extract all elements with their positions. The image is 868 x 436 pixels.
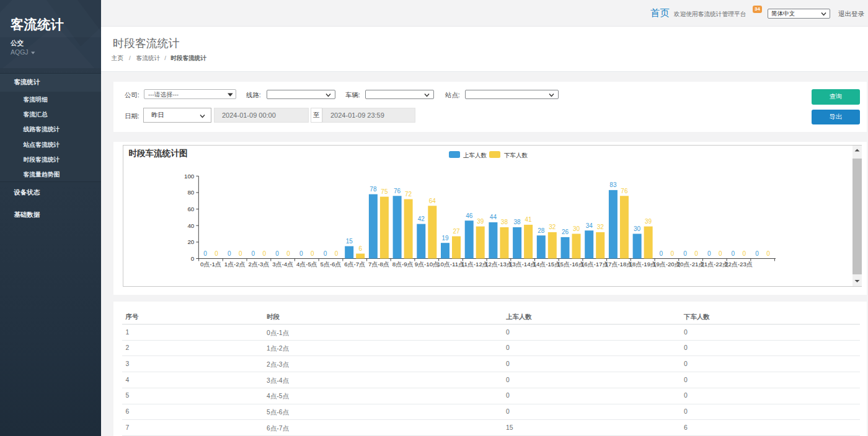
svg-text:0: 0	[263, 250, 267, 257]
svg-text:5点-6点: 5点-6点	[321, 261, 342, 268]
svg-text:64: 64	[429, 198, 436, 204]
svg-text:41: 41	[525, 216, 533, 223]
svg-text:9点-10点: 9点-10点	[415, 261, 439, 268]
svg-text:7点-8点: 7点-8点	[368, 261, 389, 268]
svg-text:0: 0	[324, 250, 327, 257]
svg-text:78: 78	[370, 186, 377, 193]
svg-text:20: 20	[187, 238, 194, 245]
svg-text:0: 0	[755, 250, 759, 257]
svg-text:0: 0	[311, 250, 314, 257]
svg-text:72: 72	[405, 191, 412, 198]
svg-text:0: 0	[732, 250, 735, 257]
svg-text:44: 44	[490, 214, 497, 220]
svg-text:0: 0	[707, 250, 711, 257]
svg-text:34: 34	[586, 222, 593, 229]
svg-text:27: 27	[453, 228, 460, 235]
svg-text:0: 0	[299, 250, 303, 257]
svg-text:32: 32	[549, 224, 556, 230]
svg-text:76: 76	[621, 188, 628, 194]
svg-text:0: 0	[215, 250, 218, 257]
svg-text:6: 6	[358, 245, 362, 252]
svg-text:0: 0	[694, 250, 698, 257]
svg-text:10点-11点: 10点-11点	[437, 261, 464, 268]
svg-text:2点-3点: 2点-3点	[249, 261, 270, 268]
svg-text:6点-7点: 6点-7点	[344, 261, 365, 268]
svg-text:75: 75	[381, 188, 388, 195]
svg-text:0: 0	[743, 250, 746, 257]
svg-text:40: 40	[187, 222, 194, 229]
svg-text:3点-4点: 3点-4点	[272, 261, 293, 268]
svg-text:60: 60	[187, 206, 194, 212]
svg-text:8点-9点: 8点-9点	[392, 261, 414, 268]
svg-text:0: 0	[671, 250, 675, 257]
svg-text:0: 0	[683, 250, 687, 257]
svg-text:0点-1点: 0点-1点	[200, 261, 221, 268]
svg-text:15: 15	[346, 238, 353, 245]
svg-text:32: 32	[597, 224, 604, 230]
svg-text:28: 28	[538, 227, 545, 234]
svg-text:0: 0	[239, 250, 242, 257]
svg-text:80: 80	[187, 189, 194, 196]
svg-text:22点-23点: 22点-23点	[725, 261, 753, 268]
svg-text:39: 39	[645, 218, 652, 225]
svg-text:0: 0	[660, 250, 663, 257]
svg-text:76: 76	[394, 188, 401, 194]
svg-text:38: 38	[514, 219, 521, 225]
svg-text:38: 38	[501, 219, 508, 225]
svg-text:4点-5点: 4点-5点	[296, 261, 317, 268]
svg-text:39: 39	[477, 218, 484, 225]
svg-text:0: 0	[719, 250, 722, 257]
svg-text:0: 0	[766, 250, 770, 257]
svg-text:83: 83	[609, 181, 617, 188]
svg-text:46: 46	[466, 212, 473, 219]
svg-text:26: 26	[562, 229, 569, 235]
svg-text:30: 30	[573, 225, 580, 232]
svg-text:0: 0	[203, 250, 207, 257]
svg-text:1点-2点: 1点-2点	[224, 261, 246, 268]
svg-text:30: 30	[634, 225, 641, 232]
svg-text:0: 0	[252, 250, 255, 257]
svg-text:100: 100	[184, 173, 195, 180]
svg-text:19: 19	[441, 235, 449, 242]
svg-text:0: 0	[191, 255, 195, 262]
svg-text:0: 0	[335, 250, 339, 257]
svg-text:42: 42	[418, 216, 425, 222]
svg-text:0: 0	[275, 250, 279, 257]
svg-text:0: 0	[228, 250, 231, 257]
svg-text:0: 0	[286, 250, 290, 257]
